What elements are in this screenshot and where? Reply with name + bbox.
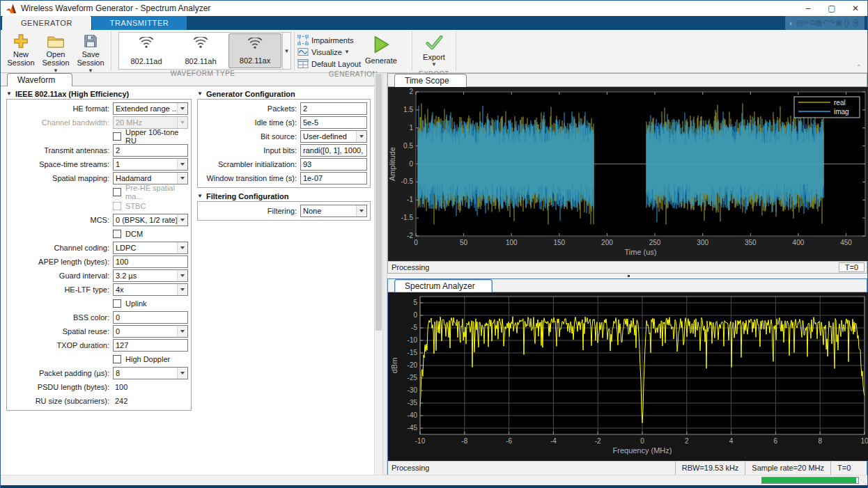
field-label: Spatial reuse: (8, 327, 113, 336)
vertical-splitter[interactable] (382, 73, 387, 475)
svg-text:2: 2 (685, 437, 689, 445)
section-header[interactable]: ▼Filtering Configuration (197, 191, 371, 201)
svg-text:-10: -10 (408, 336, 418, 344)
field-label: MCS: (8, 216, 113, 224)
bss-color-input[interactable] (113, 311, 188, 324)
form-row: BSS color: (8, 310, 188, 324)
spatial-reuse-select[interactable]: 0 (113, 325, 188, 338)
select-value: 1 (114, 159, 177, 170)
stbc-checkbox[interactable] (113, 202, 121, 210)
scrambler-initialization-input[interactable] (300, 158, 367, 171)
maximize-button[interactable]: ▢ (820, 1, 844, 16)
svg-text:1: 1 (409, 124, 413, 132)
waveform-gallery-dropdown-button[interactable]: ▼ (283, 32, 291, 70)
waveform-80211ax-button[interactable]: 802.11ax (228, 33, 281, 68)
svg-text:-45: -45 (408, 424, 418, 432)
help-icon[interactable]: ? (844, 19, 849, 27)
svg-text:0.5: 0.5 (403, 142, 413, 150)
packets-input[interactable] (300, 102, 367, 115)
svg-text:0: 0 (414, 239, 418, 246)
uplink-checkbox[interactable] (113, 299, 121, 308)
more-icon[interactable]: ▾ (853, 19, 858, 27)
filtering-configuration-group: ▼Filtering ConfigurationFiltering:None (197, 191, 371, 221)
dcm-checkbox[interactable] (113, 230, 121, 238)
field-label: Channel coding: (8, 244, 113, 252)
default-layout-button[interactable]: Default Layout (297, 58, 361, 70)
time-scope-statusbar: Processing T=0 (388, 261, 867, 273)
save-session-button[interactable]: Save Session ▼ (73, 31, 108, 75)
collapse-toolstrip-icon[interactable]: ⌃ (856, 63, 862, 71)
chevron-down-icon (177, 159, 187, 170)
section-header[interactable]: ▼Generator Configuration (197, 88, 371, 99)
high-doppler-checkbox[interactable] (113, 355, 121, 363)
input-bits-input[interactable] (300, 144, 367, 157)
he-ltf-type-select[interactable]: 4x (113, 283, 188, 296)
filtering-select[interactable]: None (300, 205, 367, 217)
paste-icon[interactable]: ▦ (815, 18, 822, 26)
generate-button[interactable]: Generate (361, 31, 401, 70)
spatial-mapping-select[interactable]: Hadamard (113, 172, 188, 184)
guard-interval-select[interactable]: 3.2 µs (113, 269, 188, 282)
tab-transmitter[interactable]: TRANSMITTER (92, 16, 187, 30)
export-button[interactable]: Export ▼ (415, 31, 453, 70)
left-pane-scrollbar[interactable] (374, 73, 382, 475)
save-icon[interactable]: ▤ (796, 18, 803, 26)
bit-source-select[interactable]: User-defined (300, 130, 367, 143)
svg-text:Frequency (MHz): Frequency (MHz) (613, 446, 672, 455)
tab-spectrum-analyzer[interactable]: Spectrum Analyzer (394, 279, 493, 292)
field-label: Transmit antennas: (8, 146, 113, 155)
open-session-button[interactable]: Open Session ▼ (38, 31, 73, 75)
select-value: Extended range ... (114, 103, 177, 114)
collapse-left-icon[interactable]: ‹ (789, 19, 791, 27)
horizontal-splitter[interactable] (387, 274, 867, 278)
redo-icon[interactable]: ↷ (829, 18, 835, 26)
mcs-select[interactable]: 0 (BPSK, 1/2 rate) (113, 214, 188, 226)
form-row: Pre-HE spatial ma... (8, 185, 188, 199)
resize-grip[interactable]: ⋱ (860, 478, 867, 485)
default-layout-icon (297, 58, 309, 69)
progress-bar (761, 477, 859, 484)
waveform-80211ah-button[interactable]: 802.11ah (174, 33, 227, 68)
pre-he-spatial-ma-checkbox[interactable] (113, 188, 121, 196)
impairments-button[interactable]: Impairments (297, 34, 361, 46)
idle-time-s-input[interactable] (300, 116, 367, 129)
ieee-802-11ax-high-efficiency-group: ▼IEEE 802.11ax (High Efficiency)HE forma… (6, 88, 192, 411)
channel-coding-select[interactable]: LDPC (113, 242, 188, 254)
tab-generator[interactable]: GENERATOR (2, 16, 91, 30)
undo-icon[interactable]: ↶ (823, 18, 829, 26)
txop-duration-input[interactable] (113, 339, 188, 352)
window-layout-icon[interactable]: ▣ (835, 18, 842, 26)
waveform-80211ah-label: 802.11ah (185, 57, 216, 65)
waveform-form: ▼IEEE 802.11ax (High Efficiency)HE forma… (1, 86, 374, 475)
form-row: Spatial mapping:Hadamard (8, 171, 188, 185)
he-format-select[interactable]: Extended range ... (113, 102, 188, 115)
apep-length-bytes-input[interactable] (113, 255, 188, 268)
form-row: HE-LTF type:4x (8, 283, 188, 297)
chevron-down-icon (177, 368, 187, 379)
transmit-antennas-input[interactable] (113, 144, 188, 157)
minimize-button[interactable]: – (796, 1, 820, 16)
channel-bandwidth-select[interactable]: 20 MHz (113, 116, 188, 129)
waveform-80211ad-button[interactable]: 802.11ad (120, 33, 173, 68)
select-value: 3.2 µs (114, 270, 177, 281)
section-header[interactable]: ▼IEEE 802.11ax (High Efficiency) (6, 88, 192, 99)
window-transition-time-s-input[interactable] (300, 172, 367, 184)
generator-configuration-group: ▼Generator ConfigurationPackets:Idle tim… (197, 88, 371, 188)
section-title: IEEE 802.11ax (High Efficiency) (15, 90, 129, 98)
upper-106-tone-ru-checkbox[interactable] (113, 132, 121, 141)
tab-time-scope[interactable]: Time Scope (394, 74, 467, 87)
new-session-button[interactable]: New Session (3, 31, 38, 70)
save-session-icon (83, 32, 98, 50)
field-label: BSS color: (8, 313, 113, 322)
close-button[interactable]: ✕ (844, 1, 867, 16)
tab-waveform[interactable]: Waveform (7, 73, 72, 86)
field-label: Guard interval: (8, 271, 113, 280)
space-time-streams-select[interactable]: 1 (113, 158, 188, 171)
svg-text:400: 400 (793, 239, 805, 246)
field-label: Filtering: (199, 207, 300, 215)
svg-text:5: 5 (413, 299, 417, 306)
form-row: Transmit antennas: (8, 143, 188, 157)
cut-icon[interactable]: ✂ (803, 18, 809, 26)
packet-padding-s-select[interactable]: 8 (113, 367, 188, 379)
visualize-button[interactable]: Visualize ▼ (297, 46, 361, 58)
